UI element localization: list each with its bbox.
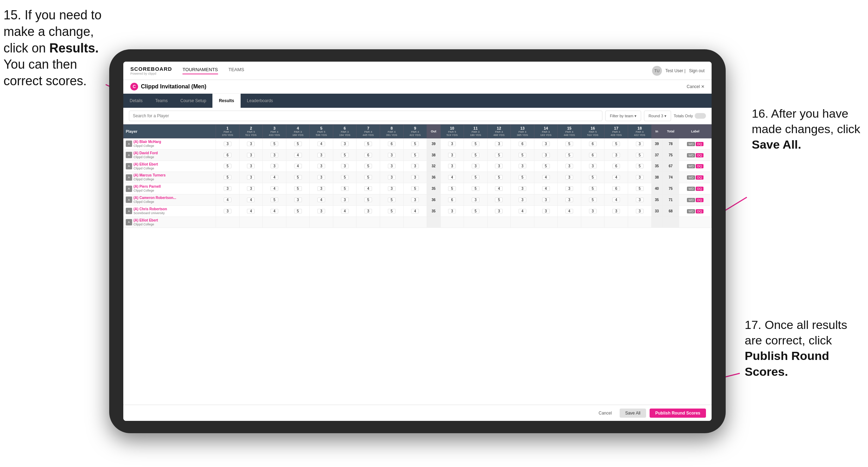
hole-3-score[interactable]	[263, 194, 286, 205]
hole-8-score-input[interactable]	[388, 153, 396, 157]
hole-18-score-input[interactable]	[636, 186, 644, 191]
hole-10-score-input[interactable]	[448, 164, 456, 168]
hole-5-score[interactable]	[310, 217, 333, 228]
dq-label[interactable]: DQ	[696, 175, 703, 180]
wd-label[interactable]: WD	[687, 175, 695, 180]
hole-6-score-input[interactable]	[341, 142, 349, 146]
hole-9-score-input[interactable]	[411, 198, 419, 202]
hole-17-score[interactable]	[604, 172, 628, 183]
hole-8-score-input[interactable]	[388, 175, 396, 180]
hole-12-score[interactable]	[487, 161, 511, 172]
hole-11-score-input[interactable]	[472, 198, 479, 202]
hole-2-score[interactable]	[239, 172, 263, 183]
hole-6-score[interactable]	[333, 161, 356, 172]
hole-8-score-input[interactable]	[388, 186, 396, 191]
hole-4-score[interactable]	[286, 183, 310, 194]
hole-14-score[interactable]	[534, 194, 558, 205]
hole-1-score[interactable]	[216, 205, 240, 217]
hole-5-score[interactable]	[310, 205, 333, 217]
hole-4-score-input[interactable]	[294, 142, 302, 146]
hole-10-score-input[interactable]	[448, 198, 456, 202]
hole-8-score-input[interactable]	[388, 142, 396, 146]
hole-18-score[interactable]	[628, 149, 651, 161]
hole-2-score-input[interactable]	[247, 186, 255, 191]
hole-13-score[interactable]	[511, 217, 534, 228]
hole-12-score[interactable]	[487, 138, 511, 150]
hole-4-score-input[interactable]	[294, 198, 302, 202]
hole-17-score-input[interactable]	[612, 153, 620, 157]
hole-9-score-input[interactable]	[411, 164, 419, 168]
wd-label[interactable]: WD	[687, 153, 695, 157]
hole-15-score-input[interactable]	[565, 153, 573, 157]
hole-15-score-input[interactable]	[565, 164, 573, 168]
hole-14-score[interactable]	[534, 217, 558, 228]
hole-11-score-input[interactable]	[472, 153, 479, 157]
hole-18-score[interactable]	[628, 138, 651, 150]
hole-13-score[interactable]	[511, 183, 534, 194]
hole-6-score[interactable]	[333, 172, 356, 183]
hole-2-score[interactable]	[239, 138, 263, 150]
hole-16-score-input[interactable]	[589, 175, 597, 180]
hole-10-score[interactable]	[440, 205, 464, 217]
hole-1-score-input[interactable]	[224, 186, 231, 191]
hole-3-score[interactable]	[263, 172, 286, 183]
dq-label[interactable]: DQ	[696, 164, 703, 168]
hole-10-score[interactable]	[440, 172, 464, 183]
hole-11-score[interactable]	[464, 172, 488, 183]
hole-8-score[interactable]	[380, 161, 403, 172]
hole-16-score-input[interactable]	[589, 198, 597, 202]
hole-16-score[interactable]	[581, 183, 604, 194]
hole-1-score-input[interactable]	[224, 142, 231, 146]
hole-7-score-input[interactable]	[364, 186, 372, 191]
sign-out-link[interactable]: Sign out	[689, 68, 705, 73]
hole-5-score[interactable]	[310, 172, 333, 183]
hole-14-score-input[interactable]	[542, 153, 550, 157]
hole-5-score-input[interactable]	[317, 175, 325, 180]
hole-14-score-input[interactable]	[542, 198, 550, 202]
hole-5-score[interactable]	[310, 194, 333, 205]
hole-6-score-input[interactable]	[341, 209, 349, 213]
hole-10-score-input[interactable]	[448, 142, 456, 146]
hole-11-score-input[interactable]	[472, 164, 479, 168]
hole-4-score-input[interactable]	[294, 164, 302, 168]
hole-7-score[interactable]	[356, 217, 380, 228]
hole-15-score[interactable]	[558, 138, 581, 150]
hole-2-score-input[interactable]	[247, 142, 255, 146]
hole-8-score-input[interactable]	[388, 209, 396, 213]
dq-label[interactable]: DQ	[696, 142, 703, 146]
hole-7-score[interactable]	[356, 138, 380, 150]
hole-16-score-input[interactable]	[589, 209, 597, 213]
hole-9-score-input[interactable]	[411, 175, 419, 180]
hole-6-score[interactable]	[333, 149, 356, 161]
hole-3-score-input[interactable]	[271, 153, 278, 157]
hole-17-score[interactable]	[604, 194, 628, 205]
hole-5-score[interactable]	[310, 161, 333, 172]
hole-17-score-input[interactable]	[612, 209, 620, 213]
hole-11-score-input[interactable]	[472, 186, 479, 191]
hole-13-score-input[interactable]	[519, 153, 526, 157]
hole-3-score[interactable]	[263, 138, 286, 150]
wd-label[interactable]: WD	[687, 198, 695, 202]
hole-4-score[interactable]	[286, 149, 310, 161]
hole-7-score[interactable]	[356, 172, 380, 183]
hole-10-score[interactable]	[440, 183, 464, 194]
hole-14-score-input[interactable]	[542, 175, 550, 180]
hole-5-score-input[interactable]	[317, 153, 325, 157]
search-input[interactable]	[129, 111, 602, 121]
hole-3-score[interactable]	[263, 205, 286, 217]
hole-7-score[interactable]	[356, 161, 380, 172]
hole-8-score[interactable]	[380, 172, 403, 183]
hole-4-score[interactable]	[286, 205, 310, 217]
hole-10-score[interactable]	[440, 149, 464, 161]
hole-8-score[interactable]	[380, 149, 403, 161]
hole-5-score-input[interactable]	[317, 209, 325, 213]
hole-8-score-input[interactable]	[388, 164, 396, 168]
wd-label[interactable]: WD	[687, 209, 695, 213]
hole-18-score[interactable]	[628, 183, 651, 194]
hole-15-score-input[interactable]	[565, 198, 573, 202]
publish-round-scores-button[interactable]: Publish Round Scores	[650, 409, 706, 418]
hole-7-score-input[interactable]	[364, 164, 372, 168]
hole-11-score[interactable]	[464, 138, 488, 150]
hole-16-score[interactable]	[581, 172, 604, 183]
hole-9-score-input[interactable]	[411, 142, 419, 146]
